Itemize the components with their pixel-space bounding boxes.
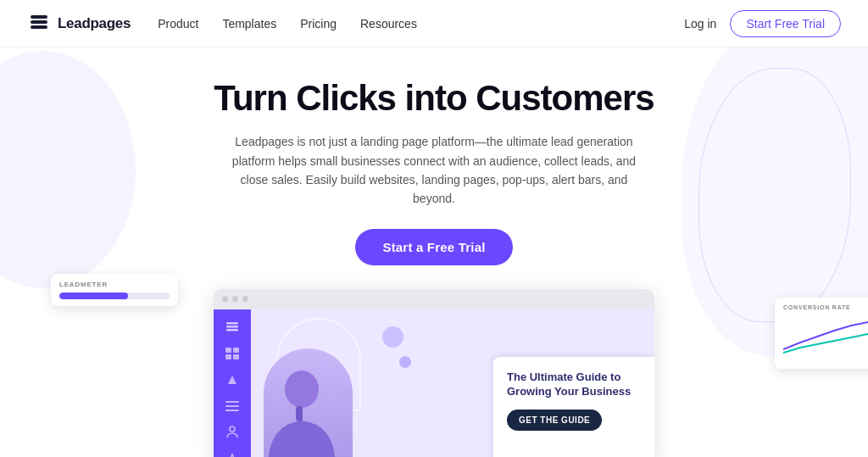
browser-main-area: The Ultimate Guide to Growing Your Busin…	[251, 309, 654, 457]
svg-point-14	[285, 371, 319, 408]
nav-right: Log in Start Free Trial	[684, 10, 841, 37]
hero-subtitle: Leadpages is not just a landing page pla…	[222, 132, 646, 209]
nav-link-product[interactable]: Product	[158, 17, 198, 31]
leadmeter-bar-fill	[59, 293, 128, 299]
hero-title: Turn Clicks into Customers	[214, 78, 654, 119]
svg-rect-6	[225, 348, 231, 353]
browser-dot-3	[242, 296, 248, 302]
start-trial-nav-button[interactable]: Start Free Trial	[730, 10, 841, 37]
lp-card-cta-button[interactable]: GET THE GUIDE	[507, 410, 602, 431]
svg-rect-3	[226, 329, 238, 332]
svg-rect-9	[233, 354, 239, 359]
conversion-rate-card: CONVERSION RATE A B	[775, 298, 868, 369]
sidebar-icon-4	[224, 398, 241, 415]
navbar: Leadpages Product Templates Pricing Reso…	[0, 0, 868, 47]
conversion-chart-svg	[783, 315, 868, 358]
nav-links: Product Templates Pricing Resources	[158, 17, 417, 31]
browser-dot-1	[222, 296, 228, 302]
browser-sidebar	[214, 309, 251, 457]
svg-rect-1	[31, 20, 47, 24]
conversion-chart: A B	[783, 315, 868, 362]
logo-text: Leadpages	[58, 15, 131, 32]
svg-rect-2	[31, 15, 47, 19]
lp-card-title: The Ultimate Guide to Growing Your Busin…	[507, 371, 641, 399]
nav-link-resources[interactable]: Resources	[360, 17, 417, 31]
person-silhouette-icon	[264, 357, 340, 457]
svg-rect-7	[233, 348, 239, 353]
leadmeter-label: LEADMETER	[59, 281, 170, 288]
svg-rect-11	[225, 405, 239, 407]
browser-content: The Ultimate Guide to Growing Your Busin…	[214, 309, 654, 457]
conversion-rate-label: CONVERSION RATE	[783, 304, 868, 310]
preview-section: LEADMETER	[0, 289, 868, 457]
svg-rect-4	[226, 326, 238, 328]
sidebar-icon-6	[224, 451, 241, 457]
browser-dot-2	[232, 296, 238, 302]
nav-link-pricing[interactable]: Pricing	[300, 17, 337, 31]
person-image	[264, 348, 353, 457]
landing-page-card: The Ultimate Guide to Growing Your Busin…	[493, 357, 654, 457]
logo-icon	[27, 12, 51, 36]
browser-bar	[214, 289, 654, 309]
logo[interactable]: Leadpages	[27, 12, 131, 36]
svg-point-13	[230, 426, 235, 432]
circle-decoration-1	[382, 326, 403, 348]
svg-rect-10	[225, 401, 239, 403]
leadmeter-card: LEADMETER	[51, 274, 178, 306]
hero-section: Turn Clicks into Customers Leadpages is …	[0, 47, 868, 265]
sidebar-icon-2	[224, 346, 241, 362]
svg-rect-12	[225, 410, 239, 411]
hero-cta-button[interactable]: Start a Free Trial	[355, 229, 512, 265]
browser-mockup: The Ultimate Guide to Growing Your Busin…	[214, 289, 654, 457]
sidebar-icon-3	[224, 372, 241, 388]
svg-rect-8	[225, 354, 231, 359]
nav-left: Leadpages Product Templates Pricing Reso…	[27, 12, 417, 36]
circle-decoration-2	[399, 356, 411, 368]
sidebar-icon-5	[224, 425, 241, 441]
svg-rect-0	[31, 25, 47, 29]
nav-link-templates[interactable]: Templates	[222, 17, 276, 31]
svg-rect-5	[226, 322, 238, 325]
sidebar-icon-1	[224, 320, 241, 336]
leadmeter-bar-background	[59, 293, 170, 299]
login-button[interactable]: Log in	[684, 17, 716, 31]
svg-rect-15	[296, 406, 303, 421]
